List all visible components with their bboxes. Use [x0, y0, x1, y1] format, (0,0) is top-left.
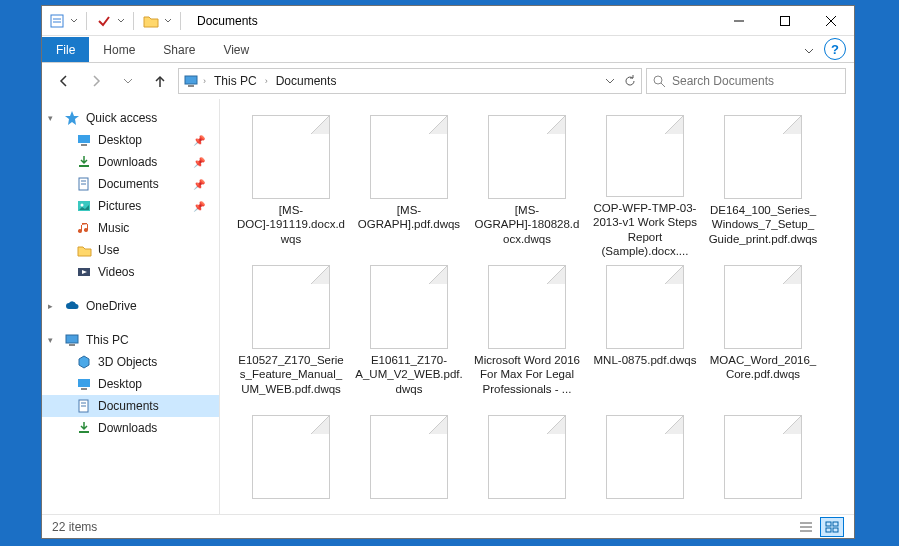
tab-file[interactable]: File [42, 37, 89, 62]
file-item[interactable]: E10611_Z170-A_UM_V2_WEB.pdf.dwqs [350, 261, 468, 411]
svg-rect-8 [185, 76, 197, 84]
minimize-button[interactable] [716, 6, 762, 36]
video-icon [76, 264, 92, 280]
body: ▾ Quick access Desktop📌Downloads📌Documen… [42, 99, 854, 514]
file-icon [370, 115, 448, 199]
file-icon [252, 115, 330, 199]
search-input[interactable] [672, 74, 839, 88]
file-name: [MS-OGRAPH]-180828.docx.dwqs [470, 199, 584, 246]
file-item[interactable]: COP-WFP-TMP-03-2013-v1 Work Steps Report… [586, 111, 704, 261]
chevron-right-icon[interactable]: ▸ [48, 301, 58, 311]
chevron-down-icon[interactable] [117, 13, 125, 29]
sidebar-item-music[interactable]: Music [42, 217, 219, 239]
breadcrumb-item[interactable]: Documents [272, 72, 341, 90]
file-item[interactable]: Microsoft Word 2016 For Max For Legal Pr… [468, 261, 586, 411]
content-pane[interactable]: [MS-DOC]-191119.docx.dwqs[MS-OGRAPH].pdf… [220, 99, 854, 514]
file-icon [606, 265, 684, 349]
file-icon [252, 265, 330, 349]
svg-rect-24 [69, 344, 75, 346]
sidebar-item-desktop[interactable]: Desktop📌 [42, 129, 219, 151]
sidebar-item-videos[interactable]: Videos [42, 261, 219, 283]
desktop-icon [76, 376, 92, 392]
file-icon [724, 115, 802, 199]
svg-rect-36 [826, 528, 831, 532]
tab-view[interactable]: View [209, 37, 263, 62]
file-item[interactable]: DE164_100_Series_Windows_7_Setup_Guide_p… [704, 111, 822, 261]
sidebar-item-pictures[interactable]: Pictures📌 [42, 195, 219, 217]
recent-locations-icon[interactable] [114, 67, 142, 95]
file-item[interactable]: [MS-DOC]-191119.docx.dwqs [232, 111, 350, 261]
sidebar-item-use[interactable]: Use [42, 239, 219, 261]
file-item[interactable]: MOAC_Word_2016_Core.pdf.dwqs [704, 261, 822, 411]
file-icon [488, 415, 566, 499]
file-name: Microsoft Word 2016 For Max For Legal Pr… [470, 349, 584, 396]
file-item[interactable]: [MS-OGRAPH].pdf.dwqs [350, 111, 468, 261]
file-item[interactable] [468, 411, 586, 514]
file-name: [MS-OGRAPH].pdf.dwqs [352, 199, 466, 232]
download-icon [76, 154, 92, 170]
nav-quick-access[interactable]: ▾ Quick access [42, 107, 219, 129]
close-button[interactable] [808, 6, 854, 36]
file-item[interactable]: MNL-0875.pdf.dwqs [586, 261, 704, 411]
expand-ribbon-icon[interactable] [798, 40, 820, 62]
help-button[interactable]: ? [824, 38, 846, 60]
nav-onedrive[interactable]: ▸ OneDrive [42, 295, 219, 317]
file-item[interactable] [586, 411, 704, 514]
checkmark-icon[interactable] [95, 12, 113, 30]
view-details-button[interactable] [794, 517, 818, 537]
chevron-down-icon[interactable] [164, 13, 172, 29]
nav-item-label: Desktop [98, 377, 142, 391]
file-item[interactable] [232, 411, 350, 514]
dropdown-icon[interactable] [605, 76, 615, 86]
view-icons-button[interactable] [820, 517, 844, 537]
sidebar-item-downloads[interactable]: Downloads [42, 417, 219, 439]
chevron-right-icon[interactable]: › [263, 76, 270, 86]
svg-rect-25 [78, 379, 90, 387]
file-icon [488, 265, 566, 349]
up-button[interactable] [146, 67, 174, 95]
chevron-down-icon[interactable]: ▾ [48, 335, 58, 345]
sidebar-item-documents[interactable]: Documents [42, 395, 219, 417]
nav-item-label: Desktop [98, 133, 142, 147]
sidebar-item-documents[interactable]: Documents📌 [42, 173, 219, 195]
properties-icon[interactable] [48, 12, 66, 30]
maximize-button[interactable] [762, 6, 808, 36]
file-item[interactable] [350, 411, 468, 514]
file-icon [606, 115, 684, 197]
file-name: E10527_Z170_Series_Feature_Manual_UM_WEB… [234, 349, 348, 396]
window-title: Documents [197, 14, 258, 28]
nav-item-label: Downloads [98, 421, 157, 435]
file-item[interactable]: [MS-OGRAPH]-180828.docx.dwqs [468, 111, 586, 261]
download-icon [76, 420, 92, 436]
breadcrumb-item[interactable]: This PC [210, 72, 261, 90]
search-box[interactable] [646, 68, 846, 94]
file-item[interactable] [704, 411, 822, 514]
sidebar-item-desktop[interactable]: Desktop [42, 373, 219, 395]
sidebar-item-3d-objects[interactable]: 3D Objects [42, 351, 219, 373]
refresh-icon[interactable] [623, 74, 637, 88]
file-name: MNL-0875.pdf.dwqs [592, 349, 699, 367]
svg-rect-34 [826, 522, 831, 526]
star-icon [64, 110, 80, 126]
nav-this-pc[interactable]: ▾ This PC [42, 329, 219, 351]
chevron-down-icon[interactable]: ▾ [48, 113, 58, 123]
back-button[interactable] [50, 67, 78, 95]
address-bar-row: › This PC › Documents [42, 63, 854, 99]
file-name: E10611_Z170-A_UM_V2_WEB.pdf.dwqs [352, 349, 466, 396]
picture-icon [76, 198, 92, 214]
3d-icon [76, 354, 92, 370]
address-bar[interactable]: › This PC › Documents [178, 68, 642, 94]
svg-rect-0 [51, 15, 63, 27]
tab-home[interactable]: Home [89, 37, 149, 62]
forward-button[interactable] [82, 67, 110, 95]
svg-rect-30 [79, 431, 89, 433]
file-item[interactable]: E10527_Z170_Series_Feature_Manual_UM_WEB… [232, 261, 350, 411]
svg-marker-12 [65, 111, 79, 125]
chevron-right-icon[interactable]: › [201, 76, 208, 86]
file-name: [MS-DOC]-191119.docx.dwqs [234, 199, 348, 246]
quick-access-toolbar [42, 12, 191, 30]
tab-share[interactable]: Share [149, 37, 209, 62]
sidebar-item-downloads[interactable]: Downloads📌 [42, 151, 219, 173]
chevron-down-icon[interactable] [70, 13, 78, 29]
file-icon [252, 415, 330, 499]
